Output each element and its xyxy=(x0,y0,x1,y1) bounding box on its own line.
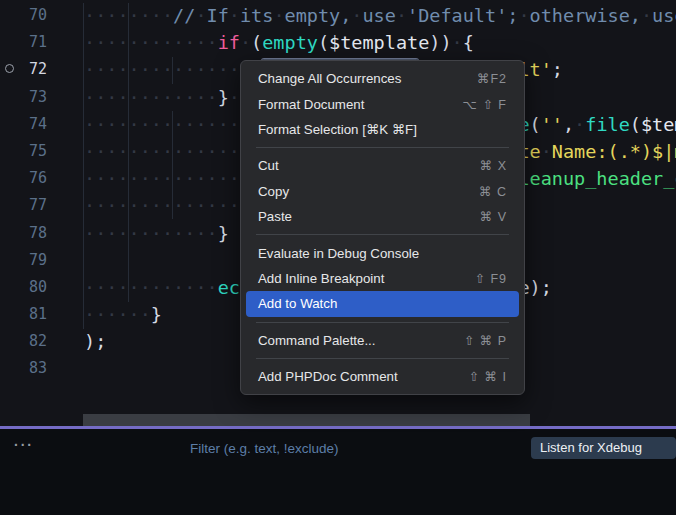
menu-separator xyxy=(256,322,509,323)
whitespace-dots: ············ xyxy=(84,87,218,108)
code-line[interactable]: ············if·(empty($template))·{ xyxy=(0,29,676,56)
code-token: 'Default'; xyxy=(407,5,518,26)
code-token: otherwise, xyxy=(530,5,641,26)
menu-item-label: Add Inline Breakpoint xyxy=(258,271,384,286)
menu-item-shortcut: ⌘ X xyxy=(480,158,507,173)
code-token: use xyxy=(362,5,395,26)
menu-item-paste[interactable]: Paste⌘ V xyxy=(241,204,524,229)
code-token: If xyxy=(207,5,229,26)
debug-filter-input[interactable] xyxy=(190,438,500,458)
code-token: } xyxy=(218,87,229,108)
whitespace-dots: · xyxy=(229,5,240,26)
code-token: Name:(.*)$|mi' xyxy=(552,141,676,162)
code-token: ( xyxy=(318,32,329,53)
menu-item-shortcut: ⌘ C xyxy=(479,184,507,199)
menu-item-label: Add PHPDoc Comment xyxy=(258,369,398,384)
whitespace-dots: · xyxy=(641,5,652,26)
whitespace-dots: · xyxy=(574,114,585,135)
whitespace-dots: · xyxy=(240,32,251,53)
code-token: ); xyxy=(530,277,552,298)
menu-item-label: Change All Occurrences xyxy=(258,71,401,86)
code-token: $template xyxy=(329,32,429,53)
code-token: '' xyxy=(541,114,563,135)
horizontal-scrollbar[interactable] xyxy=(83,414,530,426)
whitespace-dots: ········ xyxy=(84,5,173,26)
whitespace-dots: · xyxy=(229,87,240,108)
whitespace-dots: ············ xyxy=(84,277,218,298)
menu-separator xyxy=(256,234,509,235)
code-token: ( xyxy=(530,114,541,135)
menu-item-shortcut: ⌥ ⇧ F xyxy=(463,97,507,112)
code-token: )) xyxy=(429,32,451,53)
menu-item-label: Cut xyxy=(258,158,279,173)
whitespace-dots: · xyxy=(351,5,362,26)
code-token: ( xyxy=(630,114,641,135)
menu-item-change-all-occurrences[interactable]: Change All Occurrences⌘F2 xyxy=(241,66,524,91)
menu-item-label: Evaluate in Debug Console xyxy=(258,246,419,261)
menu-item-shortcut: ⇧ ⌘ P xyxy=(464,333,507,348)
menu-item-label: Paste xyxy=(258,209,292,224)
code-token: ; xyxy=(552,59,563,80)
menu-item-add-phpdoc-comment[interactable]: Add PHPDoc Comment⇧ ⌘ I xyxy=(241,364,524,389)
menu-item-format-selection-k-f[interactable]: Format Selection [⌘K ⌘F] xyxy=(241,117,524,142)
code-token: empty xyxy=(262,32,318,53)
menu-separator xyxy=(256,147,509,148)
whitespace-dots: · xyxy=(396,5,407,26)
menu-item-cut[interactable]: Cut⌘ X xyxy=(241,153,524,178)
menu-item-label: Command Palette... xyxy=(258,333,376,348)
code-token: } xyxy=(218,223,229,244)
menu-item-add-inline-breakpoint[interactable]: Add Inline Breakpoint⇧ F9 xyxy=(241,266,524,291)
menu-item-shortcut: ⌘F2 xyxy=(477,71,507,86)
code-token: , xyxy=(563,114,574,135)
menu-item-label: Format Document xyxy=(258,97,364,112)
editor-context-menu: Change All Occurrences⌘F2Format Document… xyxy=(240,60,525,395)
whitespace-dots: · xyxy=(541,141,552,162)
code-token: ( xyxy=(251,32,262,53)
menu-item-copy[interactable]: Copy⌘ C xyxy=(241,179,524,204)
whitespace-dots: ············ xyxy=(84,32,218,53)
menu-item-format-document[interactable]: Format Document⌥ ⇧ F xyxy=(241,91,524,116)
whitespace-dots: · xyxy=(195,5,206,26)
listen-for-xdebug-button[interactable]: Listen for Xdebug xyxy=(531,437,676,459)
code-line[interactable]: ········//·If·its·empty,·use·'Default';·… xyxy=(0,2,676,29)
whitespace-dots: ······ xyxy=(84,304,151,325)
whitespace-dots: ················ xyxy=(84,141,262,162)
menu-item-add-to-watch[interactable]: Add to Watch xyxy=(246,291,519,316)
more-actions-button[interactable]: ··· xyxy=(14,437,34,453)
whitespace-dots: ················ xyxy=(84,59,262,80)
menu-item-label: Copy xyxy=(258,184,289,199)
whitespace-dots: · xyxy=(273,5,284,26)
whitespace-dots: · xyxy=(518,5,529,26)
code-token: file xyxy=(585,114,630,135)
code-token: empty, xyxy=(285,5,352,26)
menu-item-evaluate-in-debug-console[interactable]: Evaluate in Debug Console xyxy=(241,240,524,265)
menu-item-label: Add to Watch xyxy=(258,296,337,311)
code-token: use xyxy=(652,5,676,26)
code-token: ); xyxy=(84,331,106,352)
menu-item-shortcut: ⇧ F9 xyxy=(474,271,507,286)
menu-item-command-palette[interactable]: Command Palette...⇧ ⌘ P xyxy=(241,328,524,353)
code-token: { xyxy=(463,32,474,53)
whitespace-dots: ················ xyxy=(84,195,262,216)
whitespace-dots: ················ xyxy=(84,114,262,135)
code-token: its xyxy=(240,5,273,26)
menu-item-label: Format Selection [⌘K ⌘F] xyxy=(258,122,417,137)
menu-separator xyxy=(256,358,509,359)
whitespace-dots: ············ xyxy=(84,223,218,244)
code-token: if xyxy=(218,32,240,53)
menu-item-shortcut: ⇧ ⌘ I xyxy=(469,369,507,384)
whitespace-dots: · xyxy=(452,32,463,53)
menu-item-shortcut: ⌘ V xyxy=(480,209,507,224)
code-token: // xyxy=(173,5,195,26)
code-token: $template xyxy=(641,114,676,135)
code-token: } xyxy=(151,304,162,325)
